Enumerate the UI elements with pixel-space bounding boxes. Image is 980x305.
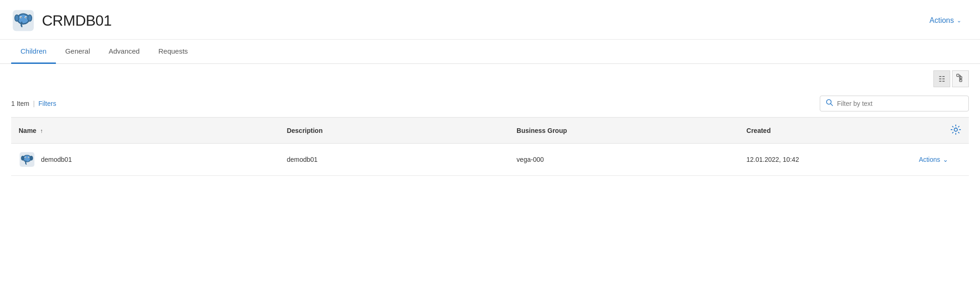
svg-point-28 — [30, 156, 33, 160]
table-container: Name ↑ Description Business Group Create… — [0, 117, 980, 176]
tree-view-button[interactable] — [952, 70, 969, 87]
filter-separator: | — [33, 100, 35, 107]
page-header: CRMDB01 Actions ⌄ — [0, 0, 980, 40]
chevron-down-icon: ⌄ — [957, 17, 961, 24]
svg-point-22 — [24, 155, 30, 161]
svg-point-9 — [15, 15, 19, 21]
col-header-description: Description — [279, 118, 509, 144]
list-view-button[interactable]: ☷ — [933, 70, 950, 87]
tab-advanced[interactable]: Advanced — [99, 40, 149, 64]
item-count: 1 Item — [11, 100, 29, 107]
cell-description: demodb01 — [279, 144, 509, 176]
svg-point-2 — [18, 14, 29, 23]
cell-created: 12.01.2022, 10:42 — [739, 144, 912, 176]
list-view-icon: ☷ — [939, 75, 945, 83]
tabs-bar: Children General Advanced Requests — [0, 40, 980, 64]
svg-point-19 — [954, 128, 958, 132]
table-row: demodb01 demodb01 vega-000 12.01.2022, 1… — [11, 144, 969, 176]
tab-requests[interactable]: Requests — [149, 40, 197, 64]
filters-link[interactable]: Filters — [39, 100, 56, 107]
col-header-settings[interactable] — [912, 118, 969, 144]
col-header-business-group: Business Group — [509, 118, 739, 144]
row-db-icon — [19, 151, 35, 168]
svg-point-27 — [21, 156, 24, 160]
row-name: demodb01 — [41, 156, 72, 163]
search-input[interactable] — [837, 100, 963, 107]
svg-point-10 — [28, 15, 31, 21]
cell-business-group: vega-000 — [509, 144, 739, 176]
row-actions-label: Actions — [919, 156, 940, 163]
db-icon — [11, 8, 35, 33]
svg-point-6 — [26, 17, 27, 18]
filter-bar-left: 1 Item | Filters — [11, 100, 56, 107]
svg-line-18 — [831, 104, 833, 106]
svg-rect-11 — [957, 74, 959, 76]
col-header-created: Created — [739, 118, 912, 144]
cell-row-actions: Actions ⌄ — [912, 144, 969, 176]
header-actions-label: Actions — [930, 16, 954, 25]
children-table: Name ↑ Description Business Group Create… — [11, 117, 969, 176]
search-icon — [826, 99, 833, 108]
search-box — [820, 96, 969, 111]
view-toolbar: ☷ — [0, 64, 980, 92]
svg-point-26 — [28, 157, 29, 158]
svg-point-25 — [25, 157, 26, 158]
filter-bar: 1 Item | Filters — [0, 92, 980, 117]
page-wrapper: CRMDB01 Actions ⌄ Children General Advan… — [0, 0, 980, 305]
svg-point-5 — [20, 17, 21, 18]
page-title: CRMDB01 — [42, 12, 111, 29]
row-actions-chevron-icon: ⌄ — [943, 156, 948, 163]
col-header-name[interactable]: Name ↑ — [11, 118, 279, 144]
tab-general[interactable]: General — [56, 40, 99, 64]
cell-name: demodb01 — [11, 144, 279, 176]
tree-view-icon — [956, 74, 965, 84]
tab-children[interactable]: Children — [11, 40, 56, 64]
sort-asc-icon: ↑ — [40, 128, 43, 134]
table-header-row: Name ↑ Description Business Group Create… — [11, 118, 969, 144]
header-actions-button[interactable]: Actions ⌄ — [926, 14, 965, 27]
row-actions-button[interactable]: Actions ⌄ — [919, 156, 948, 163]
header-left: CRMDB01 — [11, 8, 111, 33]
